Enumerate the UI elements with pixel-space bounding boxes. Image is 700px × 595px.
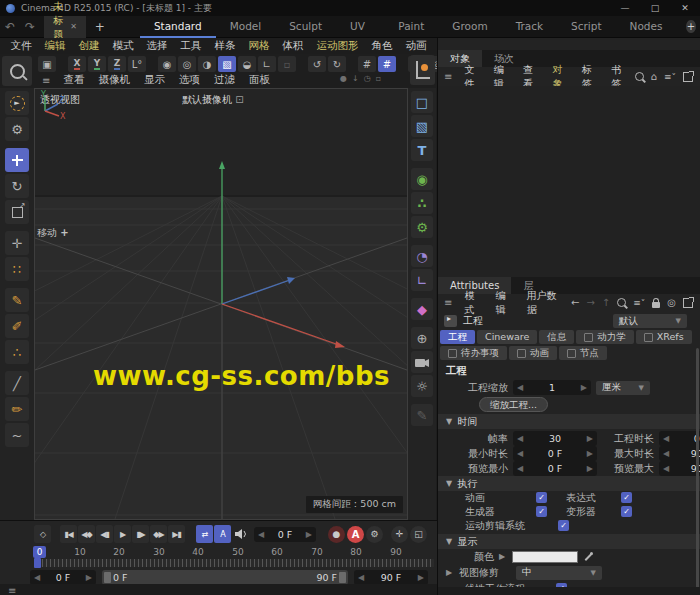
- attributes-scrollbar[interactable]: [696, 348, 699, 588]
- attr-tab-nodes[interactable]: 节点: [559, 346, 607, 360]
- add-layout-icon[interactable]: +: [686, 20, 695, 33]
- light-object-icon[interactable]: ☼: [411, 375, 433, 397]
- grid-snap-icon[interactable]: #: [358, 56, 376, 72]
- world-coordinate-icon[interactable]: L°: [128, 56, 146, 72]
- range-slider-left-grip[interactable]: [104, 572, 111, 583]
- minimize-button[interactable]: —: [610, 0, 640, 16]
- field-icon[interactable]: ⚙: [411, 216, 433, 238]
- goto-start-icon[interactable]: ▮◀: [60, 525, 77, 543]
- todo-checkbox[interactable]: [448, 349, 457, 358]
- move-tool-icon[interactable]: [5, 148, 29, 172]
- viewport[interactable]: 透视视图 默认摄像机 ⊡ 移动 + www.cg-ss.com/bbs 网格间距…: [34, 88, 408, 520]
- knife-tool-icon[interactable]: ╱: [5, 371, 29, 395]
- attr-filter-icon[interactable]: ≡˅: [633, 298, 645, 308]
- max-time-spinner[interactable]: ◀90 F▶: [659, 446, 700, 461]
- layout-tab-nodes[interactable]: Nodes: [616, 16, 677, 38]
- deformer-icon[interactable]: ◔: [411, 245, 433, 267]
- project-scale-spinner[interactable]: ◀1▶: [513, 380, 591, 395]
- autokey-icon[interactable]: A: [347, 526, 364, 543]
- attr-tab-xrefs[interactable]: XRefs: [636, 330, 692, 344]
- axis-y-lock-icon[interactable]: Y: [88, 56, 106, 72]
- attr-lock-icon[interactable]: [652, 302, 660, 308]
- axis-x-lock-icon[interactable]: X: [68, 56, 86, 72]
- execution-section-bar[interactable]: ▼ 执行: [438, 476, 700, 491]
- om-search-icon[interactable]: [635, 72, 644, 81]
- layout-tab-paint[interactable]: Paint: [384, 16, 438, 38]
- next-key-icon[interactable]: ◆▶: [150, 525, 167, 543]
- next-frame-icon[interactable]: ▮▶: [132, 525, 149, 543]
- project-scale-value[interactable]: 1: [527, 382, 577, 393]
- sound-toggle-icon[interactable]: [232, 525, 249, 543]
- attr-tab-todo[interactable]: 待办事项: [440, 346, 507, 360]
- range-start-dec-icon[interactable]: ◀: [30, 573, 44, 582]
- frame-inc-icon[interactable]: ▶: [302, 530, 316, 539]
- dynamics-checkbox[interactable]: [584, 333, 593, 342]
- axis-z-lock-icon[interactable]: Z: [108, 56, 126, 72]
- spline-pen-icon[interactable]: ✎: [5, 288, 29, 312]
- eyedropper-icon[interactable]: [583, 552, 593, 562]
- snap-mini-clock-icon[interactable]: ◷: [364, 74, 371, 83]
- document-tab-close-icon[interactable]: ✕: [70, 22, 77, 31]
- spline-smooth-tool-icon[interactable]: ~: [5, 423, 29, 447]
- snap-dynamic-icon[interactable]: ◒: [238, 56, 256, 72]
- range-end-dec-icon[interactable]: ◀: [354, 573, 368, 582]
- attr-tab-info[interactable]: 信息: [539, 330, 574, 344]
- menu-volume[interactable]: 体积: [276, 39, 310, 53]
- snap-polygon-icon[interactable]: ◑: [198, 56, 216, 72]
- sketch-tool-icon[interactable]: ✐: [5, 314, 29, 338]
- timeline-ruler[interactable]: 0 10 20 30 40 50 60 70 80 90: [0, 547, 437, 558]
- menu-edit[interactable]: 编辑: [38, 39, 72, 53]
- prev-frame-icon[interactable]: ◀▮: [96, 525, 113, 543]
- display-section-bar[interactable]: ▼ 显示: [438, 534, 700, 549]
- record-scale-icon[interactable]: ◱: [410, 526, 427, 543]
- text-object-icon[interactable]: T: [411, 139, 433, 161]
- workplane-icon[interactable]: ∟: [258, 56, 276, 72]
- magnet-tool-icon[interactable]: ∷: [5, 257, 29, 281]
- keying-settings-icon[interactable]: ⚙: [366, 526, 383, 543]
- vp-menu-options[interactable]: 选项: [172, 73, 207, 87]
- attr-back-icon[interactable]: ←: [571, 297, 579, 308]
- motion-clips-checkbox[interactable]: ✓: [558, 520, 569, 531]
- snap-disabled-icon[interactable]: ▫: [278, 56, 296, 72]
- current-frame-spinner[interactable]: ◀ 0 F ▶: [254, 527, 316, 542]
- layout-tab-model[interactable]: Model: [216, 16, 276, 38]
- transform-tool-icon[interactable]: ✛: [5, 231, 29, 255]
- live-selection-tool-icon[interactable]: ►: [5, 91, 29, 115]
- tweak-tool-icon[interactable]: ⚙: [5, 117, 29, 141]
- layout-tab-sculpt[interactable]: Sculpt: [275, 16, 336, 38]
- snap-edge-icon[interactable]: ◎: [178, 56, 196, 72]
- min-time-value[interactable]: 0 F: [527, 448, 583, 459]
- volume-icon[interactable]: ∟: [411, 269, 433, 291]
- execution-collapse-icon[interactable]: ▼: [446, 479, 452, 488]
- range-end-value[interactable]: 90 F: [368, 572, 414, 583]
- play-icon[interactable]: ▶: [114, 525, 131, 543]
- range-slider-right-grip[interactable]: [339, 572, 346, 583]
- menu-animate[interactable]: 动画: [399, 39, 433, 53]
- min-time-spinner[interactable]: ◀0 F▶: [513, 446, 597, 461]
- nodes-checkbox[interactable]: [567, 349, 576, 358]
- layout-tab-standard[interactable]: Standard: [140, 16, 216, 38]
- layout-tab-groom[interactable]: Groom: [438, 16, 501, 38]
- snap-point-icon[interactable]: ◉: [158, 56, 176, 72]
- range-start-inc-icon[interactable]: ▶: [82, 573, 96, 582]
- add-document-button[interactable]: +: [86, 20, 114, 34]
- range-start-value[interactable]: 0 F: [44, 572, 82, 583]
- viewport-solo-icon[interactable]: ▣: [38, 56, 56, 72]
- color-expand-icon[interactable]: ▶: [499, 552, 507, 561]
- fps-value[interactable]: 30: [527, 433, 583, 444]
- attr-up-icon[interactable]: ↑: [602, 297, 610, 308]
- keyframe-mode-icon[interactable]: A: [214, 525, 231, 543]
- project-duration-spinner[interactable]: ◀0 F▶: [659, 431, 700, 446]
- attr-tab-dynamics[interactable]: 动力学: [576, 330, 634, 344]
- pen-line-tool-icon[interactable]: ✏: [5, 397, 29, 421]
- menu-select[interactable]: 选择: [140, 39, 174, 53]
- prev-key-icon[interactable]: ◀◆: [78, 525, 95, 543]
- preview-max-spinner[interactable]: ◀90 F▶: [659, 461, 700, 476]
- expressions-checkbox[interactable]: ✓: [621, 492, 632, 503]
- view-clip-expand-icon[interactable]: ▶: [446, 568, 454, 577]
- menu-spline[interactable]: 样条: [208, 39, 242, 53]
- snap-mini-down-icon[interactable]: ↓: [352, 74, 359, 83]
- vp-menu-panel[interactable]: 面板: [242, 73, 277, 87]
- om-burger-icon[interactable]: ≡: [438, 71, 458, 82]
- om-filter-icon[interactable]: ≡˅: [664, 72, 676, 82]
